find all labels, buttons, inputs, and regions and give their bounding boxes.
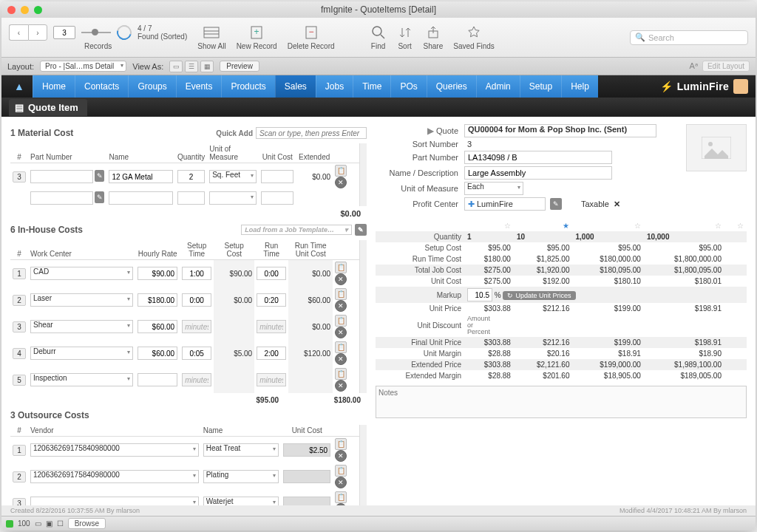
record-slider[interactable] xyxy=(81,32,111,33)
copy-icon[interactable]: 📋 xyxy=(335,368,347,380)
layout-dropdown[interactable]: Pro - |Sal…ms Detail xyxy=(40,61,126,72)
view-form-icon[interactable]: ▭ xyxy=(169,61,183,72)
delete-icon[interactable]: ✕ xyxy=(335,327,347,338)
copy-icon[interactable]: 📋 xyxy=(335,288,347,300)
delete-icon[interactable]: ✕ xyxy=(335,273,347,285)
find-button[interactable]: Find xyxy=(370,24,387,50)
copy-icon[interactable]: 📋 xyxy=(335,262,347,273)
work-center-select[interactable]: Inspection xyxy=(30,373,133,386)
load-template-select[interactable]: Load from a Job Template…▾ xyxy=(241,225,352,235)
delete-record-button[interactable]: − Delete Record xyxy=(288,24,335,50)
delete-icon[interactable]: ✕ xyxy=(335,450,347,462)
uom-select[interactable]: Each xyxy=(464,182,523,195)
delete-icon[interactable]: ✕ xyxy=(335,177,347,188)
outsource-name-select[interactable]: Heat Treat xyxy=(203,443,279,457)
edit-icon[interactable]: ✎ xyxy=(355,224,367,236)
scrollbar[interactable] xyxy=(359,425,367,505)
star-icon[interactable]: ☆ xyxy=(737,222,744,230)
view-table-icon[interactable]: ▦ xyxy=(200,61,214,72)
run-time-field[interactable] xyxy=(257,320,286,333)
copy-icon[interactable]: 📋 xyxy=(335,438,347,450)
setup-time-field[interactable] xyxy=(182,347,211,360)
quote-value[interactable]: QU00004 for Mom & Pop Shop Inc. (Sent) xyxy=(464,124,656,137)
vendor-select[interactable]: 120636269175840980000 xyxy=(30,470,199,483)
delete-icon[interactable]: ✕ xyxy=(335,477,347,488)
rate-field[interactable] xyxy=(138,320,177,333)
uom-select[interactable]: Sq. Feet xyxy=(209,170,257,183)
unit-cost-field[interactable] xyxy=(261,170,293,183)
setup-time-field[interactable] xyxy=(182,293,211,307)
nav-setup[interactable]: Setup xyxy=(520,75,561,98)
outsource-cost-field[interactable] xyxy=(283,497,330,505)
work-center-select[interactable]: Shear xyxy=(30,320,133,333)
setup-time-field[interactable] xyxy=(182,320,211,333)
copy-icon[interactable]: 📋 xyxy=(335,315,347,327)
nav-home[interactable]: Home xyxy=(33,75,75,98)
star-icon[interactable]: ☆ xyxy=(504,222,511,230)
share-button[interactable]: Share xyxy=(424,24,444,50)
work-center-select[interactable]: CAD xyxy=(30,267,133,280)
scrollbar[interactable] xyxy=(359,143,367,206)
saved-finds-button[interactable]: Saved Finds xyxy=(453,24,495,50)
rate-field[interactable] xyxy=(138,373,177,386)
scrollbar[interactable] xyxy=(359,240,367,393)
run-time-field[interactable] xyxy=(257,347,286,360)
mode-button[interactable]: Browse xyxy=(68,518,106,529)
copy-icon[interactable]: 📋 xyxy=(335,491,347,503)
zoom-value[interactable]: 100 xyxy=(18,519,30,528)
new-record-button[interactable]: + New Record xyxy=(237,24,277,50)
edit-layout-button[interactable]: Edit Layout xyxy=(702,61,750,72)
edit-icon[interactable]: ✎ xyxy=(550,198,562,210)
nav-products[interactable]: Products xyxy=(221,75,274,98)
nav-queries[interactable]: Queries xyxy=(427,75,476,98)
notes-field[interactable] xyxy=(376,386,747,418)
work-center-select[interactable]: Laser xyxy=(30,293,133,307)
app-logo-icon[interactable]: ▲ xyxy=(6,75,33,98)
delete-icon[interactable]: ✕ xyxy=(335,380,347,392)
outsource-name-select[interactable]: Plating xyxy=(203,470,279,483)
search-input[interactable]: 🔍 Search xyxy=(630,30,748,45)
run-time-field[interactable] xyxy=(257,267,286,280)
panel-icon[interactable]: ☐ xyxy=(57,519,64,528)
name-field[interactable] xyxy=(109,170,173,183)
next-record-button[interactable]: › xyxy=(28,24,47,41)
taxable-close-icon[interactable]: ✕ xyxy=(614,200,620,209)
nav-events[interactable]: Events xyxy=(176,75,222,98)
prev-record-button[interactable]: ‹ xyxy=(9,24,28,41)
view-list-icon[interactable]: ☰ xyxy=(185,61,198,72)
preview-button[interactable]: Preview xyxy=(220,61,259,72)
run-time-field[interactable] xyxy=(257,293,286,307)
copy-icon[interactable]: 📋 xyxy=(335,341,347,353)
nav-help[interactable]: Help xyxy=(561,75,598,98)
nav-groups[interactable]: Groups xyxy=(128,75,175,98)
goto-icon[interactable]: ▶ xyxy=(427,126,434,136)
part-number-field[interactable] xyxy=(464,151,612,164)
vendor-select[interactable]: 120636269175840980000 xyxy=(30,443,199,457)
edit-icon[interactable]: ✎ xyxy=(95,191,104,203)
user-avatar[interactable] xyxy=(733,79,748,94)
outsource-cost-field[interactable] xyxy=(283,443,330,457)
edit-icon[interactable]: ✎ xyxy=(95,170,104,182)
copy-icon[interactable]: 📋 xyxy=(335,165,347,177)
quick-add-input[interactable] xyxy=(256,127,367,139)
star-icon[interactable]: ☆ xyxy=(634,222,641,230)
format-toggle[interactable]: Aᵃ xyxy=(690,61,698,71)
vendor-select[interactable] xyxy=(30,497,199,505)
outsource-name-select[interactable]: Waterjet xyxy=(203,497,279,505)
update-prices-button[interactable]: ↻ Update Unit Prices xyxy=(503,291,575,300)
rate-field[interactable] xyxy=(138,293,177,307)
star-icon[interactable]: ★ xyxy=(563,222,569,230)
delete-icon[interactable]: ✕ xyxy=(335,300,347,312)
rate-field[interactable] xyxy=(138,347,177,360)
sort-button[interactable]: Sort xyxy=(397,24,413,50)
outsource-cost-field[interactable] xyxy=(283,470,330,483)
record-number-field[interactable] xyxy=(53,26,75,39)
copy-icon[interactable]: 📋 xyxy=(335,465,347,477)
show-all-button[interactable]: Show All xyxy=(197,24,225,50)
markup-field[interactable] xyxy=(467,288,492,301)
delete-icon[interactable]: ✕ xyxy=(335,353,347,365)
zoom-out-icon[interactable]: ▭ xyxy=(35,519,41,528)
part-number-field[interactable] xyxy=(30,170,93,183)
description-field[interactable] xyxy=(464,166,612,180)
nav-admin[interactable]: Admin xyxy=(476,75,520,98)
